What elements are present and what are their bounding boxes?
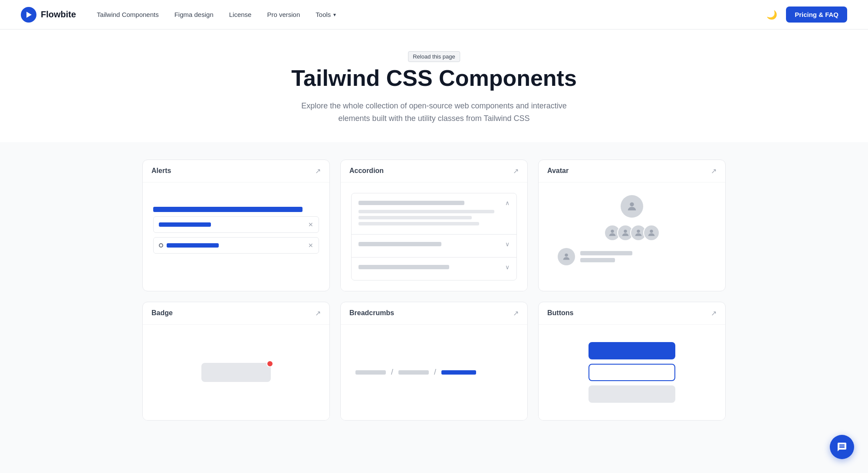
card-title-avatar: Avatar xyxy=(547,167,569,175)
card-preview-badge xyxy=(143,325,329,420)
navbar-right: 🌙 Pricing & FAQ xyxy=(765,7,847,23)
card-header-accordion: Accordion ↗ xyxy=(341,160,527,183)
breadcrumb-section xyxy=(398,370,429,375)
external-link-icon-avatar[interactable]: ↗ xyxy=(711,167,717,175)
nav-link-figma-design[interactable]: Figma design xyxy=(174,11,214,18)
accordion-body-2 xyxy=(358,216,472,219)
external-link-icon-buttons[interactable]: ↗ xyxy=(711,309,717,317)
external-link-icon-alerts[interactable]: ↗ xyxy=(315,167,321,175)
alert-text-2 xyxy=(167,243,219,248)
accordion-header-3: ∨ xyxy=(358,264,510,271)
badge-button-mock xyxy=(201,363,271,382)
card-title-alerts: Alerts xyxy=(151,167,171,175)
nav-link-tailwind-components[interactable]: Tailwind Components xyxy=(97,11,159,18)
hero-title: Tailwind CSS Components xyxy=(10,65,858,91)
card-preview-accordion: ∧ ∨ ∨ xyxy=(341,183,527,291)
svg-point-4 xyxy=(637,229,640,232)
nav-tools-dropdown[interactable]: Tools ▾ xyxy=(316,11,336,18)
accordion-item-2: ∨ xyxy=(352,235,516,258)
chevron-down-icon-3[interactable]: ∨ xyxy=(505,264,510,271)
badge-preview xyxy=(153,354,319,391)
card-alerts: Alerts ↗ ✕ ✕ xyxy=(142,160,330,291)
card-header-alerts: Alerts ↗ xyxy=(143,160,329,183)
card-header-buttons: Buttons ↗ xyxy=(539,302,725,325)
avatar-group xyxy=(604,225,660,241)
breadcrumb-separator-1: / xyxy=(391,368,393,377)
accordion-body-1 xyxy=(358,210,494,213)
breadcrumb-separator-2: / xyxy=(434,368,436,377)
avatar-single xyxy=(621,195,643,218)
card-header-breadcrumbs: Breadcrumbs ↗ xyxy=(341,302,527,325)
card-preview-alerts: ✕ ✕ xyxy=(143,183,329,278)
nav-link-pro-version[interactable]: Pro version xyxy=(267,11,300,18)
accordion-preview: ∧ ∨ ∨ xyxy=(351,193,517,281)
card-title-badge: Badge xyxy=(151,309,173,317)
card-accordion: Accordion ↗ ∧ ∨ xyxy=(340,160,528,291)
avatar-preview xyxy=(549,195,715,265)
card-header-badge: Badge ↗ xyxy=(143,302,329,325)
card-buttons: Buttons ↗ xyxy=(538,302,726,421)
close-icon-1[interactable]: ✕ xyxy=(308,221,313,228)
navbar-nav: Tailwind Components Figma design License… xyxy=(97,11,765,18)
accordion-item-3: ∨ xyxy=(352,258,516,280)
breadcrumbs-preview: / / xyxy=(351,368,517,377)
svg-point-2 xyxy=(611,229,614,232)
badge-dot xyxy=(266,360,273,367)
external-link-icon-breadcrumbs[interactable]: ↗ xyxy=(513,309,519,317)
svg-point-1 xyxy=(630,202,634,206)
svg-point-6 xyxy=(565,253,568,256)
play-icon xyxy=(25,11,33,19)
accordion-title-3 xyxy=(358,265,449,269)
alert-content-2 xyxy=(159,243,219,248)
chat-fab[interactable] xyxy=(830,435,854,455)
chevron-up-icon[interactable]: ∧ xyxy=(505,199,510,206)
card-title-breadcrumbs: Breadcrumbs xyxy=(349,309,394,317)
alert-text-1 xyxy=(159,222,211,227)
card-preview-avatar xyxy=(539,183,725,278)
reload-tooltip: Reload this page xyxy=(408,51,460,62)
person-icon-sm-1 xyxy=(608,228,617,238)
person-icon-text xyxy=(562,252,571,261)
accordion-title-2 xyxy=(358,242,441,246)
avatar-text-name xyxy=(580,251,632,255)
hero-section: Reload this page Tailwind CSS Components… xyxy=(0,29,868,142)
brand-logo[interactable]: Flowbite xyxy=(21,7,76,23)
person-icon-sm-2 xyxy=(621,228,630,238)
brand-icon xyxy=(21,7,36,23)
dark-mode-toggle[interactable]: 🌙 xyxy=(765,8,779,22)
close-icon-2[interactable]: ✕ xyxy=(308,242,313,249)
alert-bar-1 xyxy=(153,207,302,212)
hero-subtitle: Explore the whole collection of open-sou… xyxy=(295,100,573,125)
chat-icon xyxy=(837,442,847,452)
external-link-icon-accordion[interactable]: ↗ xyxy=(513,167,519,175)
chevron-down-icon: ▾ xyxy=(333,12,336,18)
nav-link-license[interactable]: License xyxy=(229,11,252,18)
card-header-avatar: Avatar ↗ xyxy=(539,160,725,183)
chevron-down-icon-2[interactable]: ∨ xyxy=(505,241,510,248)
alert-row-2: ✕ xyxy=(153,237,319,254)
card-title-buttons: Buttons xyxy=(547,309,573,317)
person-icon-sm-4 xyxy=(647,228,656,238)
accordion-header-1: ∧ xyxy=(358,199,510,206)
card-title-accordion: Accordion xyxy=(349,167,384,175)
pricing-button[interactable]: Pricing & FAQ xyxy=(786,7,847,23)
avatar-with-text-icon xyxy=(558,248,575,265)
avatar-text-lines xyxy=(580,251,706,262)
card-badge: Badge ↗ xyxy=(142,302,330,421)
avatar-text-role xyxy=(580,258,615,262)
brand-name: Flowbite xyxy=(41,10,76,20)
buttons-preview xyxy=(549,342,715,403)
svg-point-3 xyxy=(624,229,627,232)
button-gray-mock xyxy=(589,385,675,403)
external-link-icon-badge[interactable]: ↗ xyxy=(315,309,321,317)
accordion-item-1: ∧ xyxy=(352,193,516,235)
alerts-preview: ✕ ✕ xyxy=(153,207,319,254)
accordion-header-2: ∨ xyxy=(358,241,510,248)
button-primary-mock xyxy=(589,342,675,359)
svg-marker-0 xyxy=(26,12,32,18)
accordion-title-1 xyxy=(358,201,464,205)
navbar: Flowbite Tailwind Components Figma desig… xyxy=(0,0,868,29)
alert-row-1: ✕ xyxy=(153,216,319,233)
card-preview-buttons xyxy=(539,325,725,420)
svg-point-5 xyxy=(650,229,653,232)
